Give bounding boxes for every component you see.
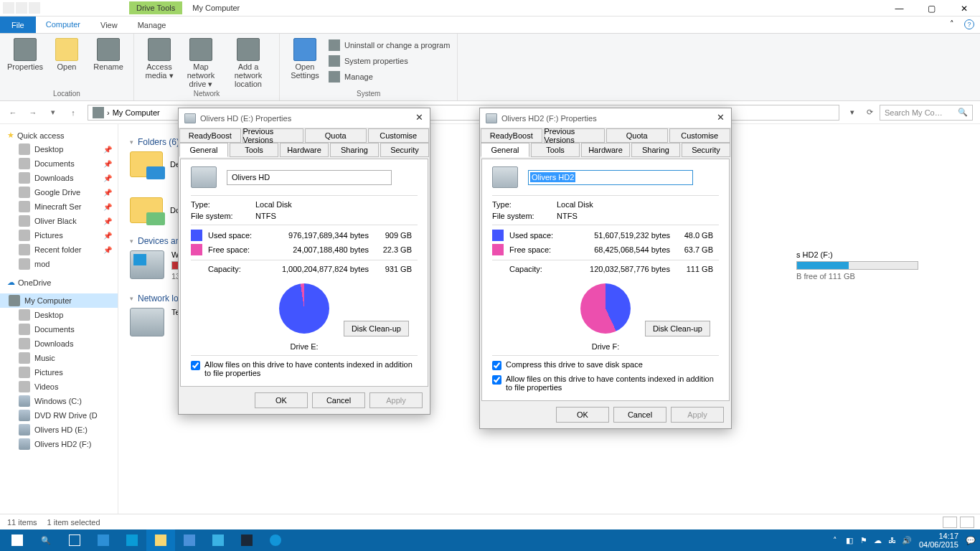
ok-button[interactable]: OK — [556, 407, 609, 423]
nav-item[interactable]: Recent folder📌 — [0, 242, 118, 257]
nav-item[interactable]: Desktop📌 — [0, 142, 118, 156]
properties-button[interactable]: Properties — [6, 37, 44, 88]
tab-security[interactable]: Security — [380, 143, 429, 157]
nav-item[interactable]: Oliver Black📌 — [0, 214, 118, 228]
file-tab[interactable]: File — [0, 17, 36, 33]
qat-icon[interactable] — [3, 2, 14, 14]
qat-icon[interactable] — [16, 2, 27, 14]
nav-item[interactable]: DVD RW Drive (D — [0, 408, 118, 423]
tab-hardware[interactable]: Hardware — [581, 143, 630, 157]
nav-item[interactable]: Downloads — [0, 336, 118, 351]
nav-item[interactable]: Downloads📌 — [0, 171, 118, 185]
tray-icon[interactable]: ⚑ — [857, 534, 870, 547]
recent-dropdown[interactable]: ▾ — [44, 104, 62, 121]
apply-button[interactable]: Apply — [369, 392, 423, 408]
nav-item-my-computer[interactable]: My Computer — [0, 293, 118, 308]
forward-button[interactable]: → — [24, 104, 42, 121]
nav-item[interactable]: mod — [0, 257, 118, 271]
nav-item[interactable]: Documents📌 — [0, 156, 118, 171]
network-icon[interactable]: 🖧 — [886, 534, 899, 547]
disk-cleanup-button[interactable]: Disk Clean-up — [344, 321, 409, 336]
close-button[interactable]: ✕ — [948, 0, 980, 17]
manage-button[interactable]: Manage — [329, 71, 450, 83]
onedrive-header[interactable]: ☁OneDrive — [0, 276, 118, 289]
nav-item[interactable]: Desktop — [0, 308, 118, 322]
tray-icon[interactable]: ☁ — [872, 534, 885, 547]
tab-sharing[interactable]: Sharing — [330, 143, 379, 157]
view-details-icon[interactable] — [943, 517, 957, 528]
rename-button[interactable]: Rename — [89, 37, 128, 88]
dialog-titlebar[interactable]: Olivers HD2 (F:) Properties ✕ — [480, 108, 731, 128]
taskbar-app[interactable] — [175, 529, 204, 551]
help-icon[interactable]: ? — [964, 19, 974, 29]
disk-cleanup-button[interactable]: Disk Clean-up — [645, 321, 710, 336]
nav-item[interactable]: Minecraft Ser📌 — [0, 199, 118, 214]
tab-previous-versions[interactable]: Previous Versions — [242, 128, 304, 143]
taskbar-app-steam[interactable] — [232, 529, 261, 551]
maximize-button[interactable]: ▢ — [915, 0, 948, 17]
notifications-icon[interactable]: 💬 — [964, 534, 977, 547]
search-button[interactable]: 🔍 — [32, 529, 60, 551]
tab-view[interactable]: View — [90, 17, 128, 33]
address-dropdown[interactable]: ▾ — [845, 105, 859, 120]
close-icon[interactable]: ✕ — [413, 112, 425, 125]
tab-quota[interactable]: Quota — [606, 128, 668, 143]
tab-customise[interactable]: Customise — [669, 128, 731, 143]
taskbar-app[interactable] — [118, 529, 146, 551]
back-button[interactable]: ← — [4, 104, 22, 121]
tab-hardware[interactable]: Hardware — [280, 143, 329, 157]
open-settings-button[interactable]: Open Settings — [286, 37, 324, 88]
up-button[interactable]: ↑ — [65, 104, 82, 121]
index-checkbox[interactable] — [492, 375, 501, 385]
tab-readyboost[interactable]: ReadyBoost — [179, 128, 241, 143]
nav-item[interactable]: Music — [0, 351, 118, 365]
tab-tools[interactable]: Tools — [531, 143, 580, 157]
tab-computer[interactable]: Computer — [36, 17, 90, 33]
ribbon-collapse-icon[interactable]: ˄ — [950, 19, 960, 29]
open-button[interactable]: Open — [47, 37, 86, 88]
qat-icon[interactable] — [29, 2, 40, 14]
cancel-button[interactable]: Cancel — [613, 407, 666, 423]
map-drive-button[interactable]: Map network drive ▾ — [182, 37, 220, 88]
nav-item[interactable]: Olivers HD2 (F:) — [0, 437, 118, 451]
uninstall-button[interactable]: Uninstall or change a program — [329, 39, 450, 51]
tab-previous-versions[interactable]: Previous Versions — [544, 128, 606, 143]
quick-access-header[interactable]: ★Quick access — [0, 128, 118, 142]
taskbar-app[interactable] — [89, 529, 118, 551]
breadcrumb[interactable]: My Computer — [113, 108, 160, 117]
apply-button[interactable]: Apply — [671, 407, 724, 423]
tray-up-icon[interactable]: ˄ — [829, 534, 842, 547]
start-button[interactable] — [3, 529, 32, 551]
tab-security[interactable]: Security — [682, 143, 730, 157]
drive-name-input[interactable]: Olivers HD2 — [528, 170, 693, 185]
tab-tools[interactable]: Tools — [230, 143, 278, 157]
tab-readyboost[interactable]: ReadyBoost — [481, 128, 542, 143]
refresh-button[interactable]: ⟳ — [862, 105, 877, 120]
volume-icon[interactable]: 🔊 — [900, 534, 913, 547]
drive-tile[interactable]: s HD2 (F:)B free of 111 GB — [796, 250, 969, 281]
ok-button[interactable]: OK — [255, 392, 308, 408]
nav-item[interactable]: Pictures — [0, 365, 118, 380]
nav-item[interactable]: Pictures📌 — [0, 228, 118, 242]
access-media-button[interactable]: Access media ▾ — [140, 37, 179, 88]
close-icon[interactable]: ✕ — [714, 112, 727, 125]
taskbar-app[interactable] — [204, 529, 232, 551]
nav-item[interactable]: Google Drive📌 — [0, 185, 118, 199]
clock[interactable]: 14:1704/06/2015 — [915, 532, 963, 549]
cancel-button[interactable]: Cancel — [312, 392, 365, 408]
minimize-button[interactable]: — — [883, 0, 915, 17]
taskbar-app[interactable] — [261, 529, 290, 551]
task-view-button[interactable] — [60, 529, 89, 551]
index-checkbox[interactable] — [191, 361, 200, 370]
tab-customise[interactable]: Customise — [368, 128, 430, 143]
system-properties-button[interactable]: System properties — [329, 55, 450, 67]
nav-item[interactable]: Documents — [0, 322, 118, 336]
tab-general[interactable]: General — [179, 143, 228, 157]
context-tab-drive-tools[interactable]: Drive Tools — [129, 1, 182, 14]
navigation-pane[interactable]: ★Quick access Desktop📌 Documents📌 Downlo… — [0, 124, 118, 514]
taskbar-app-explorer[interactable] — [146, 529, 175, 551]
nav-item[interactable]: Videos — [0, 380, 118, 394]
tab-quota[interactable]: Quota — [305, 128, 367, 143]
tab-general[interactable]: General — [481, 143, 529, 157]
nav-item[interactable]: Olivers HD (E:) — [0, 423, 118, 437]
